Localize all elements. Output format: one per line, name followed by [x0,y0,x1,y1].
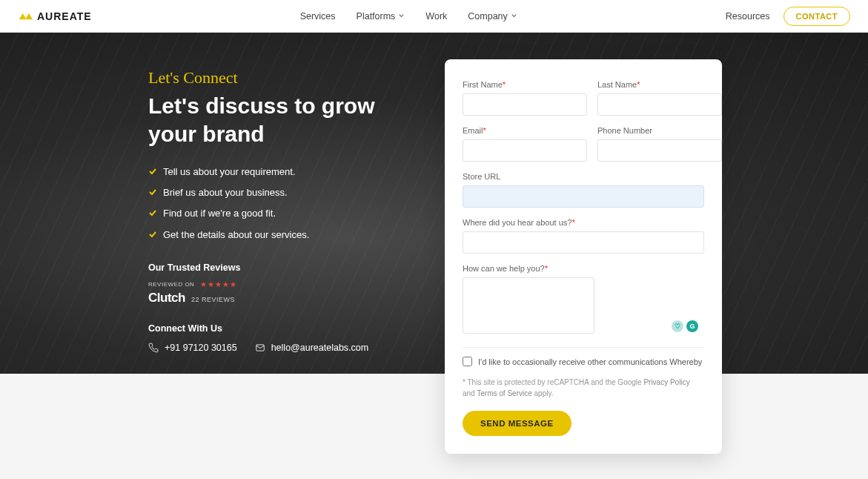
email-input[interactable] [463,139,587,162]
privacy-policy-link[interactable]: Privacy Policy [643,378,689,386]
legal-prefix: * This site is protected by reCAPTCHA an… [463,378,643,386]
nav-platforms[interactable]: Platforms [357,11,405,22]
help-group: How can we help you?* ♡ G [463,264,704,337]
top-header: AUREATE Services Platforms Work Company … [0,0,868,33]
form-divider [463,347,704,348]
email-address: hello@aureatelabs.com [271,343,369,353]
chevron-down-icon [511,13,517,19]
list-item-text: Get the details about our services. [163,228,309,242]
first-name-input[interactable] [463,93,587,116]
nav-services[interactable]: Services [300,11,336,22]
contact-button[interactable]: CONTACT [783,7,850,26]
list-item-text: Brief us about your business. [163,186,288,199]
last-name-input[interactable] [597,93,722,116]
first-name-group: First Name* [463,80,587,116]
header-right: Resources CONTACT [726,7,850,26]
email-icon [255,343,265,353]
consent-label: I'd like to occasionally receive other c… [478,357,702,366]
last-name-label: Last Name* [597,80,722,89]
terms-link[interactable]: Terms of Service [477,389,531,397]
chevron-down-icon [398,13,405,19]
help-textarea[interactable] [463,277,594,334]
contact-form: First Name* Last Name* Email* Phone Numb… [445,59,722,454]
phone-group: Phone Number [597,126,722,162]
email-label: Email* [463,126,587,135]
hero-content: Let's Connect Let's discuss to grow your… [0,33,868,353]
legal-and: and [463,389,477,397]
phone-icon [148,343,159,353]
svg-rect-0 [256,345,264,351]
hear-about-group: Where did you hear about us?* [463,218,704,254]
nav-company[interactable]: Company [468,11,517,22]
phone-input[interactable] [597,139,722,162]
consent-checkbox[interactable] [463,357,472,366]
logo-icon [18,12,33,21]
store-url-input[interactable] [463,185,704,208]
nav-resources[interactable]: Resources [726,11,770,22]
brand-logo[interactable]: AUREATE [18,10,92,22]
check-icon [148,208,157,217]
consent-row: I'd like to occasionally receive other c… [463,357,704,366]
list-item-text: Tell us about your requirement. [163,165,295,179]
check-icon [148,167,157,176]
legal-suffix: apply. [532,389,554,397]
phone-contact[interactable]: +91 97120 30165 [148,343,237,353]
reviewed-on-label: REVIEWED ON [148,281,194,288]
review-count: 22 REVIEWS [191,296,235,303]
grammarly-icon[interactable]: G [686,320,698,332]
hear-about-input[interactable] [463,231,704,254]
hear-about-label: Where did you hear about us?* [463,218,704,227]
hero-section: Let's Connect Let's discuss to grow your… [0,33,868,374]
email-group: Email* [463,126,587,162]
last-name-group: Last Name* [597,80,722,116]
store-url-label: Store URL [463,172,704,181]
email-contact[interactable]: hello@aureatelabs.com [255,343,369,353]
send-message-button[interactable]: SEND MESSAGE [463,411,572,436]
grammar-badges: ♡ G [672,320,698,332]
check-icon [148,230,157,239]
nav-work[interactable]: Work [425,11,447,22]
phone-label: Phone Number [597,126,722,135]
nav-company-label: Company [468,11,508,22]
nav-platforms-label: Platforms [357,11,396,22]
hero-headline: Let's discuss to grow your brand [148,92,385,148]
legal-text: * This site is protected by reCAPTCHA an… [463,377,704,399]
grammar-bulb-icon[interactable]: ♡ [672,320,683,332]
main-nav: Services Platforms Work Company [300,11,517,22]
list-item-text: Find out if we're a good fit. [163,207,276,220]
first-name-label: First Name* [463,80,587,89]
store-url-group: Store URL [463,172,704,208]
star-rating-icon: ★★★★★ [200,280,237,288]
brand-name: AUREATE [37,10,92,22]
clutch-brand: Clutch [148,291,185,305]
check-icon [148,188,157,196]
help-label: How can we help you?* [463,264,704,273]
phone-number: +91 97120 30165 [165,343,237,353]
